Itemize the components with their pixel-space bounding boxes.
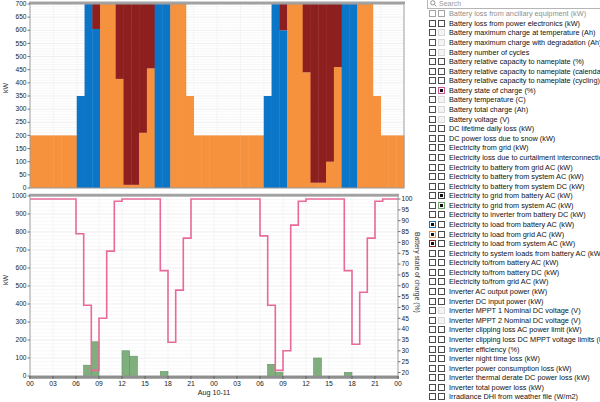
plot1-checkbox[interactable] [429,317,436,324]
plot2-checkbox[interactable] [438,154,445,161]
series-row: Electricity to system loads from battery… [427,248,600,258]
plot2-checkbox[interactable] [438,116,445,123]
plot1-checkbox[interactable] [429,20,436,27]
plot2-checkbox[interactable] [438,221,445,228]
plot2-checkbox[interactable] [438,58,445,65]
plot2-checkbox[interactable] [438,87,445,94]
plot1-checkbox[interactable] [429,365,436,372]
plot1-checkbox[interactable] [429,116,436,123]
plot1-checkbox[interactable] [429,384,436,391]
plot2-checkbox[interactable] [438,96,445,103]
plot2-checkbox[interactable] [438,336,445,343]
plot1-checkbox[interactable] [429,326,436,333]
plot1-checkbox[interactable] [429,154,436,161]
plot1-checkbox[interactable] [429,211,436,218]
svg-text:95: 95 [402,206,410,213]
plot1-checkbox[interactable] [429,393,436,400]
plot1-checkbox[interactable] [429,192,436,199]
plot1-checkbox[interactable] [429,58,436,65]
plot1-checkbox[interactable] [429,125,436,132]
plot1-checkbox[interactable] [429,288,436,295]
plot2-checkbox[interactable] [438,393,445,400]
plot2-checkbox[interactable] [438,125,445,132]
plot2-checkbox[interactable] [438,259,445,266]
plot1-checkbox[interactable] [429,173,436,180]
series-row: Electricity to inverter from battery DC … [427,210,600,220]
timeseries-viewer: 0501001502002503003504004505005506006507… [0,0,600,402]
series-row: Inverter efficiency (%) [427,344,600,354]
plot1-checkbox[interactable] [429,269,436,276]
svg-text:35: 35 [402,336,410,343]
plot1-checkbox[interactable] [429,68,436,75]
plot2-checkbox[interactable] [438,374,445,381]
svg-text:450: 450 [15,66,26,73]
plot1-checkbox[interactable] [429,346,436,353]
series-row: Battery loss from ancillary equipment (k… [427,9,600,19]
plot1-checkbox[interactable] [429,106,436,113]
plot2-checkbox[interactable] [438,288,445,295]
plot1-checkbox[interactable] [429,144,436,151]
plot2-checkbox[interactable] [438,202,445,209]
plot1-checkbox[interactable] [429,39,436,46]
plot2-checkbox[interactable] [438,20,445,27]
plot2-checkbox[interactable] [438,346,445,353]
plot2-checkbox[interactable] [438,298,445,305]
plot2-checkbox[interactable] [438,77,445,84]
plot2-checkbox[interactable] [438,307,445,314]
plot1-checkbox[interactable] [429,202,436,209]
plot1-checkbox[interactable] [429,240,436,247]
plot1-checkbox[interactable] [429,298,436,305]
series-label: Inverter efficiency (%) [449,345,519,354]
series-row: Inverter clipping loss DC MPPT voltage l… [427,335,600,345]
svg-text:30: 30 [402,347,410,354]
plot1-checkbox[interactable] [429,250,436,257]
plot1-checkbox[interactable] [429,49,436,56]
plot1-checkbox[interactable] [429,29,436,36]
plot2-checkbox[interactable] [438,49,445,56]
plot2-checkbox[interactable] [438,384,445,391]
plot2-checkbox[interactable] [438,240,445,247]
plot2-checkbox[interactable] [438,278,445,285]
plot2-checkbox[interactable] [438,365,445,372]
plot1-checkbox[interactable] [429,77,436,84]
plot1-checkbox[interactable] [429,87,436,94]
plot1-checkbox[interactable] [429,96,436,103]
plot1-checkbox[interactable] [429,10,436,17]
plot1-checkbox[interactable] [429,135,436,142]
plot2-checkbox[interactable] [438,144,445,151]
svg-text:150: 150 [15,145,26,152]
svg-text:650: 650 [15,13,26,20]
plot2-checkbox[interactable] [438,164,445,171]
plot2-checkbox[interactable] [438,326,445,333]
plot1-checkbox[interactable] [429,278,436,285]
plot2-checkbox[interactable] [438,135,445,142]
plot1-checkbox[interactable] [429,231,436,238]
plot2-checkbox[interactable] [438,231,445,238]
plot2-checkbox[interactable] [438,192,445,199]
plot1-checkbox[interactable] [429,259,436,266]
plot1-checkbox[interactable] [429,183,436,190]
svg-text:09: 09 [279,380,287,387]
plot2-checkbox[interactable] [438,39,445,46]
plot2-checkbox[interactable] [438,68,445,75]
plot2-checkbox[interactable] [438,317,445,324]
plot1-checkbox[interactable] [429,221,436,228]
plot2-checkbox[interactable] [438,183,445,190]
series-label: Electricity to/from battery DC (kW) [449,268,559,277]
search-box[interactable]: Search [427,0,600,9]
plot2-checkbox[interactable] [438,29,445,36]
plot2-checkbox[interactable] [438,250,445,257]
plot2-checkbox[interactable] [438,355,445,362]
plot2-checkbox[interactable] [438,173,445,180]
plot2-checkbox[interactable] [438,10,445,17]
plot1-checkbox[interactable] [429,307,436,314]
plot1-checkbox[interactable] [429,164,436,171]
plot1-checkbox[interactable] [429,336,436,343]
svg-text:55: 55 [402,293,410,300]
plot2-checkbox[interactable] [438,211,445,218]
svg-text:700: 700 [15,246,26,253]
plot2-checkbox[interactable] [438,106,445,113]
plot1-checkbox[interactable] [429,355,436,362]
plot2-checkbox[interactable] [438,269,445,276]
plot1-checkbox[interactable] [429,374,436,381]
